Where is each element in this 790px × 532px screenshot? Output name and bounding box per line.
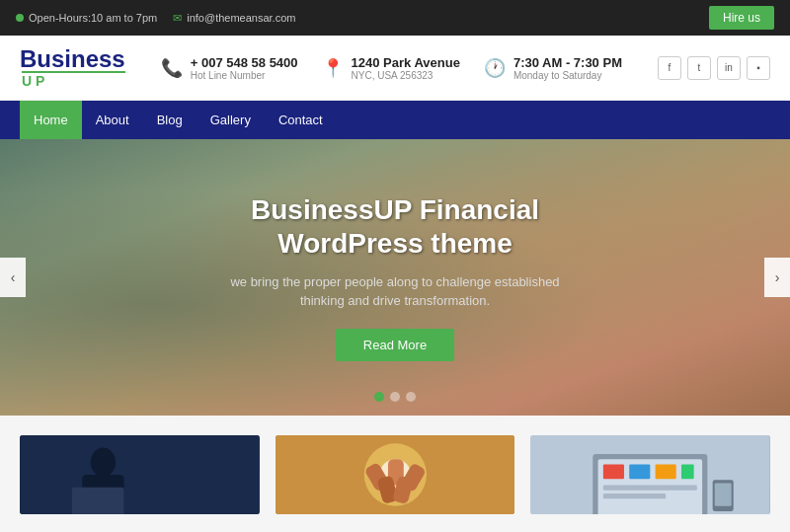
phone-number: + 007 548 58 5400: [191, 55, 298, 70]
svg-rect-16: [603, 464, 624, 479]
hero-dots: [374, 392, 416, 402]
hero-prev-button[interactable]: ‹: [0, 258, 26, 297]
main-nav: Home About Blog Gallery Contact: [0, 101, 790, 139]
header-phone: 📞 + 007 548 58 5400 Hot Line Number: [161, 55, 298, 81]
location-details: 1240 Park Avenue NYC, USA 256323: [352, 55, 460, 81]
hero-cta-button[interactable]: Read More: [336, 329, 454, 361]
top-bar-email: ✉ info@themeansar.com: [173, 12, 295, 25]
nav-home[interactable]: Home: [20, 101, 82, 139]
hero-dot-3[interactable]: [406, 392, 416, 402]
card-3: [530, 435, 770, 514]
logo-up: UP: [22, 71, 125, 88]
hire-button[interactable]: Hire us: [709, 6, 774, 30]
svg-point-1: [91, 448, 116, 478]
nav-blog[interactable]: Blog: [143, 101, 197, 139]
hero-dot-2[interactable]: [390, 392, 400, 402]
hours-icon: [16, 14, 24, 22]
svg-rect-20: [603, 486, 697, 491]
card-1: [20, 435, 260, 514]
instagram-icon[interactable]: ▪: [747, 56, 770, 80]
location-icon: 📍: [322, 57, 344, 79]
time-icon: 🕐: [484, 57, 506, 79]
email-icon: ✉: [173, 12, 182, 25]
hours-text: Open-Hours:10 am to 7pm: [29, 12, 157, 24]
social-links: f t in ▪: [658, 56, 770, 80]
svg-rect-24: [715, 483, 732, 505]
twitter-icon[interactable]: t: [687, 56, 711, 80]
hero-section: ‹ BusinessUP Financial WordPress theme w…: [0, 139, 790, 416]
card-2: [276, 435, 515, 514]
linkedin-icon[interactable]: in: [717, 56, 741, 80]
location-city: NYC, USA 256323: [352, 70, 460, 81]
hero-next-button[interactable]: ›: [764, 258, 790, 297]
svg-rect-21: [603, 494, 666, 498]
svg-rect-19: [681, 464, 694, 479]
svg-rect-17: [630, 464, 651, 479]
phone-details: + 007 548 58 5400 Hot Line Number: [191, 55, 298, 81]
top-bar: Open-Hours:10 am to 7pm ✉ info@themeansa…: [0, 0, 790, 36]
nav-about[interactable]: About: [82, 101, 143, 139]
hero-content: BusinessUP Financial WordPress theme we …: [207, 193, 583, 360]
top-bar-hours: Open-Hours:10 am to 7pm: [16, 12, 157, 24]
time-days: Monday to Saturday: [514, 70, 622, 81]
phone-icon: 📞: [161, 57, 183, 79]
logo-business: Business: [20, 47, 125, 71]
svg-rect-0: [20, 435, 260, 514]
header: Business UP 📞 + 007 548 58 5400 Hot Line…: [0, 36, 790, 101]
location-address: 1240 Park Avenue: [352, 55, 460, 70]
nav-contact[interactable]: Contact: [265, 101, 337, 139]
header-time: 🕐 7:30 AM - 7:30 PM Monday to Saturday: [484, 55, 622, 81]
hero-subtitle: we bring the proper people along to chal…: [207, 272, 583, 311]
phone-label: Hot Line Number: [191, 70, 298, 81]
time-hours: 7:30 AM - 7:30 PM: [514, 55, 622, 70]
hero-dot-1[interactable]: [374, 392, 384, 402]
nav-gallery[interactable]: Gallery: [197, 101, 265, 139]
cards-section: [0, 416, 790, 532]
time-details: 7:30 AM - 7:30 PM Monday to Saturday: [514, 55, 622, 81]
top-bar-left: Open-Hours:10 am to 7pm ✉ info@themeansa…: [16, 12, 295, 25]
svg-rect-3: [72, 488, 124, 514]
facebook-icon[interactable]: f: [658, 56, 681, 80]
svg-rect-18: [656, 464, 676, 479]
header-location: 📍 1240 Park Avenue NYC, USA 256323: [322, 55, 460, 81]
logo: Business UP: [20, 47, 125, 88]
email-text: info@themeansar.com: [187, 12, 295, 24]
hero-title: BusinessUP Financial WordPress theme: [207, 193, 583, 260]
header-info: 📞 + 007 548 58 5400 Hot Line Number 📍 12…: [161, 55, 622, 81]
